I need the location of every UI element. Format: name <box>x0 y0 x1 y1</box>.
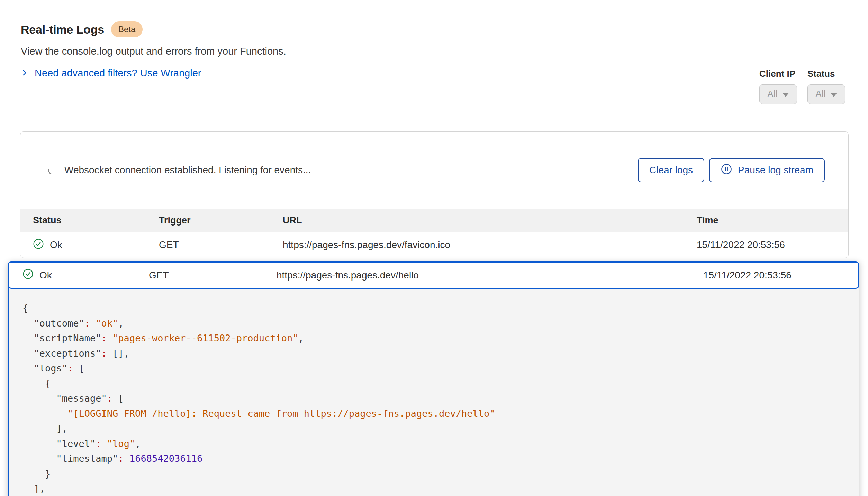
wrangler-link-label: Need advanced filters? Use Wrangler <box>35 67 201 79</box>
expanded-table-row[interactable]: Ok GET https://pages-fns.pages.dev/hello… <box>8 261 859 289</box>
row-url: https://pages-fns.pages.dev/hello <box>277 270 703 281</box>
spinner-icon <box>47 165 57 175</box>
column-header-trigger: Trigger <box>159 215 283 226</box>
status-badge: Ok <box>39 270 52 281</box>
row-trigger: GET <box>149 270 277 281</box>
logs-panel: Websocket connection established. Listen… <box>20 131 849 258</box>
row-time: 15/11/2022 20:53:56 <box>697 239 836 250</box>
client-ip-filter-group: Client IP All <box>759 68 797 104</box>
expanded-log-entry: Ok GET https://pages-fns.pages.dev/hello… <box>8 261 859 496</box>
chevron-right-icon <box>21 67 28 79</box>
column-header-url: URL <box>283 215 697 226</box>
row-trigger: GET <box>159 239 283 250</box>
logs-toolbar: Websocket connection established. Listen… <box>20 132 848 209</box>
column-header-status: Status <box>33 215 159 226</box>
pause-log-stream-button[interactable]: Pause log stream <box>709 158 825 182</box>
client-ip-filter-dropdown[interactable]: All <box>759 84 797 104</box>
wrangler-link[interactable]: Need advanced filters? Use Wrangler <box>21 67 201 79</box>
column-header-time: Time <box>697 215 836 226</box>
pause-circle-icon <box>721 163 732 177</box>
status-filter-dropdown[interactable]: All <box>807 84 845 104</box>
table-row[interactable]: Ok GET https://pages-fns.pages.dev/favic… <box>20 232 848 258</box>
chevron-down-icon <box>782 93 789 97</box>
status-badge: Ok <box>50 239 62 250</box>
check-circle-icon <box>22 268 34 282</box>
beta-badge: Beta <box>111 21 143 37</box>
websocket-status: Websocket connection established. Listen… <box>48 165 311 176</box>
page-subtitle: View the console.log output and errors f… <box>21 46 868 57</box>
table-header: Status Trigger URL Time <box>20 209 848 232</box>
row-time: 15/11/2022 20:53:56 <box>703 270 844 281</box>
status-filter-label: Status <box>807 68 845 79</box>
check-circle-icon <box>33 238 44 252</box>
page-title: Real-time Logs <box>21 23 104 36</box>
chevron-down-icon <box>830 93 837 97</box>
clear-logs-button[interactable]: Clear logs <box>638 158 704 182</box>
websocket-status-text: Websocket connection established. Listen… <box>64 165 311 176</box>
status-filter-group: Status All <box>807 68 845 104</box>
page-header: Real-time Logs Beta View the console.log… <box>0 0 868 79</box>
log-json-output: { "outcome": "ok", "scriptName": "pages-… <box>9 289 859 496</box>
filters: Client IP All Status All <box>759 68 845 104</box>
client-ip-filter-label: Client IP <box>759 68 797 79</box>
client-ip-filter-value: All <box>767 89 778 100</box>
status-filter-value: All <box>815 89 826 100</box>
row-url: https://pages-fns.pages.dev/favicon.ico <box>283 239 697 250</box>
